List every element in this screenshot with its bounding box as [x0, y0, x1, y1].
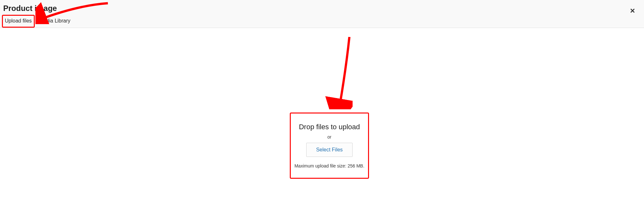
tab-upload-files[interactable]: Upload files	[2, 15, 35, 28]
close-icon[interactable]: ×	[630, 6, 635, 15]
page-title: Product image	[0, 0, 644, 15]
dropzone-or-text: or	[327, 134, 331, 140]
modal-header: Product image Upload files Media Library…	[0, 0, 644, 28]
upload-dropzone[interactable]: Drop files to upload or Select Files Max…	[290, 113, 369, 179]
select-files-button[interactable]: Select Files	[306, 143, 353, 157]
tabs-row: Upload files Media Library	[0, 15, 644, 28]
annotation-arrow-upload	[324, 35, 353, 109]
dropzone-title: Drop files to upload	[299, 123, 360, 131]
tab-media-library[interactable]: Media Library	[37, 15, 73, 27]
max-upload-size-text: Maximum upload file size: 256 MB.	[294, 163, 364, 168]
